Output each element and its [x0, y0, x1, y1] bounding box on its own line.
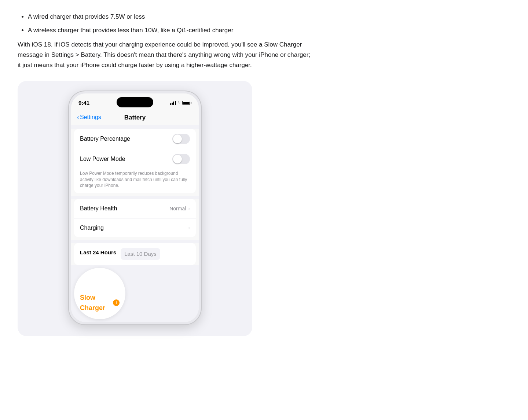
status-icons: ≈ — [170, 99, 191, 107]
battery-health-right: Normal › — [169, 205, 190, 213]
phone-inner: 9:41 ≈ — [71, 93, 199, 323]
slow-charger-label: Slow Charger — [80, 292, 111, 314]
status-time: 9:41 — [78, 99, 89, 107]
charging-right: › — [188, 224, 190, 232]
phone-container: 9:41 ≈ — [18, 81, 252, 336]
bullet-item-2: A wireless charger that provides less th… — [28, 25, 312, 35]
battery-health-chevron-icon: › — [188, 205, 190, 213]
time-tabs: Last 24 Hours Last 10 Days — [80, 248, 190, 260]
battery-fill — [183, 102, 190, 104]
low-power-mode-label: Low Power Mode — [80, 154, 125, 164]
slow-charger-info-icon[interactable]: i — [113, 299, 120, 306]
bar4 — [175, 101, 176, 105]
charging-chevron-icon: › — [188, 224, 190, 232]
settings-section-1: Battery Percentage Low Power Mode Low Po… — [74, 129, 196, 193]
nav-back-label[interactable]: Settings — [80, 113, 101, 122]
battery-health-label: Battery Health — [80, 204, 117, 213]
low-power-mode-toggle[interactable] — [172, 154, 190, 164]
bullet-item-1: A wired charger that provides 7.5W or le… — [28, 12, 312, 22]
phone-outer: 9:41 ≈ — [69, 91, 201, 325]
battery-tip — [191, 102, 191, 104]
battery-icon — [182, 101, 191, 105]
battery-health-row[interactable]: Battery Health Normal › — [74, 199, 196, 218]
nav-back-button[interactable]: ‹ Settings — [77, 112, 101, 123]
section-gap-1 — [71, 125, 199, 129]
nav-title: Battery — [124, 113, 146, 122]
bar3 — [173, 102, 174, 105]
bar2 — [172, 103, 173, 105]
wifi-icon: ≈ — [178, 99, 180, 107]
slow-charger-wrapper: Slow Charger i — [71, 268, 199, 322]
battery-percentage-toggle[interactable] — [172, 134, 190, 144]
signal-bars-icon — [170, 101, 176, 105]
time-section: Last 24 Hours Last 10 Days — [74, 243, 196, 265]
section-gap-2 — [71, 196, 199, 199]
settings-section-2: Battery Health Normal › Charging › — [74, 199, 196, 237]
slow-charger-bubble: Slow Charger i — [74, 268, 125, 319]
battery-percentage-row: Battery Percentage — [74, 129, 196, 149]
charging-label: Charging — [80, 223, 104, 233]
battery-percentage-label: Battery Percentage — [80, 134, 130, 144]
status-bar: 9:41 ≈ — [71, 93, 199, 110]
charging-row[interactable]: Charging › — [74, 218, 196, 237]
slow-charger-text: Slow Charger i — [80, 292, 120, 314]
slow-charger-area: Slow Charger i — [71, 265, 199, 322]
low-power-mode-row: Low Power Mode — [74, 149, 196, 169]
toggle-knob-1 — [173, 135, 182, 143]
tab-last-24-hours[interactable]: Last 24 Hours — [80, 248, 116, 260]
body-paragraph: With iOS 18, if iOS detects that your ch… — [18, 40, 312, 70]
tab-last-10-days[interactable]: Last 10 Days — [121, 248, 160, 260]
bar1 — [170, 103, 171, 105]
dynamic-island — [117, 97, 153, 107]
back-chevron-icon: ‹ — [77, 112, 79, 123]
toggle-knob-2 — [173, 155, 182, 163]
section-gap-3 — [71, 240, 199, 243]
battery-body — [182, 101, 190, 105]
bullet-list: A wired charger that provides 7.5W or le… — [18, 12, 312, 35]
nav-bar: ‹ Settings Battery — [71, 110, 199, 125]
low-power-mode-description: Low Power Mode temporarily reduces backg… — [74, 169, 196, 193]
battery-health-value: Normal — [169, 205, 186, 213]
